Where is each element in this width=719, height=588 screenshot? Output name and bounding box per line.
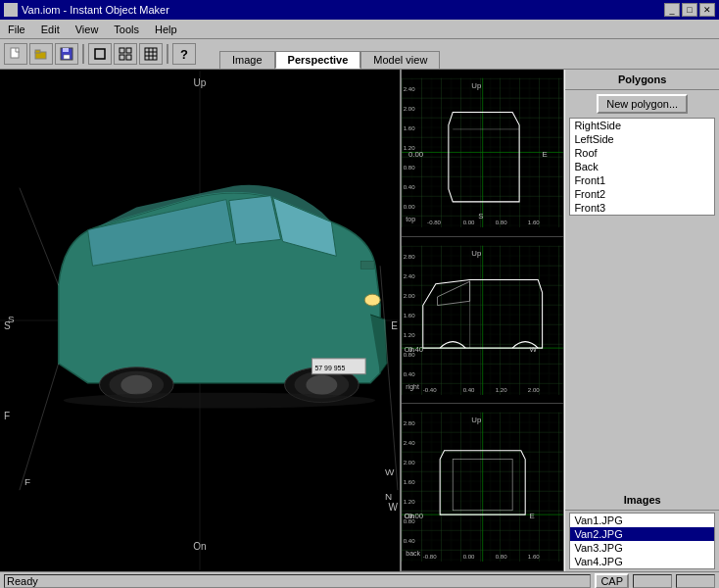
- status-field-2: [676, 574, 715, 588]
- back-view[interactable]: 2.80 2.40 2.00 1.60 1.20 0.80 0.40 On E …: [402, 404, 563, 571]
- right-panel: Polygons New polygon... RightSide LeftSi…: [564, 70, 719, 571]
- svg-text:1.60: 1.60: [404, 478, 415, 485]
- svg-text:0.40: 0.40: [404, 370, 415, 377]
- image-item-van3[interactable]: Van3.JPG: [570, 541, 714, 555]
- svg-rect-9: [120, 55, 124, 60]
- svg-text:1.60: 1.60: [404, 124, 415, 131]
- svg-text:2.80: 2.80: [404, 419, 415, 426]
- polygon-item-front3[interactable]: Front3: [570, 201, 714, 215]
- polygon-item-roof[interactable]: Roof: [570, 146, 714, 160]
- svg-text:0.00: 0.00: [408, 150, 424, 159]
- right-view[interactable]: 2.80 2.40 2.00 1.60 1.20 0.80 0.40 0.40 …: [402, 237, 563, 405]
- svg-text:Up: Up: [471, 81, 482, 90]
- svg-point-23: [306, 375, 337, 395]
- svg-rect-5: [64, 55, 70, 59]
- svg-text:1.60: 1.60: [404, 311, 415, 318]
- svg-text:1.20: 1.20: [404, 144, 415, 151]
- svg-text:0.80: 0.80: [496, 554, 507, 561]
- svg-text:top: top: [406, 216, 415, 223]
- svg-text:2.40: 2.40: [404, 439, 415, 446]
- svg-text:-0.80: -0.80: [423, 554, 437, 561]
- image-item-van1[interactable]: Van1.JPG: [570, 514, 714, 527]
- new-polygon-button[interactable]: New polygon...: [597, 94, 688, 114]
- svg-text:0.40: 0.40: [404, 183, 415, 190]
- menu-edit[interactable]: Edit: [37, 23, 64, 36]
- polygon-item-front1[interactable]: Front1: [570, 173, 714, 187]
- polygon-item-leftside[interactable]: LeftSide: [570, 132, 714, 146]
- svg-text:0.00: 0.00: [463, 219, 475, 225]
- menu-file[interactable]: File: [4, 23, 29, 36]
- app-icon: [4, 3, 18, 17]
- svg-text:0.80: 0.80: [496, 219, 507, 225]
- svg-text:2.40: 2.40: [404, 85, 415, 92]
- cap-button[interactable]: CAP: [595, 573, 629, 589]
- svg-text:right: right: [406, 383, 419, 391]
- svg-point-20: [120, 375, 152, 395]
- perspective-view[interactable]: Up S On E W F: [0, 70, 402, 571]
- spacer: [565, 218, 719, 490]
- svg-text:1.60: 1.60: [528, 219, 540, 225]
- help-button[interactable]: ?: [172, 43, 196, 65]
- status-bar: Ready CAP: [0, 571, 719, 588]
- svg-rect-2: [35, 50, 40, 53]
- svg-text:-0.80: -0.80: [427, 219, 441, 225]
- svg-rect-15: [145, 48, 157, 60]
- svg-rect-8: [126, 48, 131, 53]
- svg-text:2.00: 2.00: [404, 291, 415, 298]
- image-item-van2[interactable]: Van2.JPG: [570, 527, 714, 541]
- new-button[interactable]: [4, 43, 27, 65]
- menu-bar: File Edit View Tools Help: [0, 20, 719, 39]
- image-item-van4[interactable]: Van4.JPG: [570, 555, 714, 568]
- svg-rect-7: [120, 48, 124, 53]
- polygon-item-front2[interactable]: Front2: [570, 187, 714, 201]
- svg-text:back: back: [406, 550, 420, 557]
- svg-text:0.40: 0.40: [463, 386, 475, 393]
- save-button[interactable]: [55, 43, 78, 65]
- top-view[interactable]: 0.00 E S 2.40 2.00 1.60 1.20 0.80 0.40 0…: [402, 70, 563, 237]
- rect-tool-button[interactable]: [88, 43, 112, 65]
- svg-text:0.00: 0.00: [463, 554, 475, 561]
- svg-text:S: S: [478, 212, 483, 220]
- svg-text:0.40: 0.40: [404, 537, 415, 544]
- svg-text:N: N: [385, 491, 392, 502]
- svg-text:1.60: 1.60: [528, 554, 540, 561]
- svg-point-27: [64, 393, 375, 409]
- main-layout: Up S On E W F: [0, 70, 719, 571]
- grid2-button[interactable]: [139, 43, 163, 65]
- svg-text:Up: Up: [471, 416, 482, 424]
- svg-rect-28: [360, 261, 374, 269]
- svg-text:On: On: [405, 345, 414, 354]
- polygon-item-back[interactable]: Back: [570, 160, 714, 173]
- open-button[interactable]: [29, 43, 53, 65]
- svg-line-29: [20, 364, 59, 490]
- svg-text:On: On: [405, 513, 414, 521]
- maximize-button[interactable]: □: [682, 3, 697, 17]
- tab-image[interactable]: Image: [219, 51, 275, 69]
- svg-text:2.80: 2.80: [404, 252, 415, 259]
- status-field-1: [633, 574, 672, 588]
- svg-text:E: E: [543, 150, 548, 159]
- tab-perspective[interactable]: Perspective: [275, 51, 361, 69]
- tab-model-view[interactable]: Model view: [360, 51, 440, 69]
- close-button[interactable]: ✕: [699, 3, 715, 17]
- menu-tools[interactable]: Tools: [110, 23, 143, 36]
- svg-text:Up: Up: [471, 249, 482, 258]
- svg-text:0.00: 0.00: [404, 203, 415, 210]
- images-header: Images: [565, 490, 719, 511]
- status-text: Ready: [4, 574, 591, 588]
- menu-help[interactable]: Help: [151, 23, 181, 36]
- svg-text:E: E: [530, 513, 535, 521]
- polygon-item-rightside[interactable]: RightSide: [570, 119, 714, 132]
- svg-text:1.20: 1.20: [496, 386, 507, 393]
- svg-point-26: [364, 294, 380, 306]
- views-panel: 0.00 E S 2.40 2.00 1.60 1.20 0.80 0.40 0…: [402, 70, 564, 571]
- svg-rect-10: [126, 55, 131, 60]
- menu-view[interactable]: View: [72, 23, 103, 36]
- window-title: Van.iom - Instant Object Maker: [22, 4, 169, 16]
- svg-rect-6: [95, 49, 105, 59]
- grid1-button[interactable]: [114, 43, 137, 65]
- svg-text:W: W: [385, 466, 395, 477]
- minimize-button[interactable]: _: [664, 3, 680, 17]
- svg-line-30: [20, 188, 59, 286]
- polygons-header: Polygons: [565, 70, 719, 90]
